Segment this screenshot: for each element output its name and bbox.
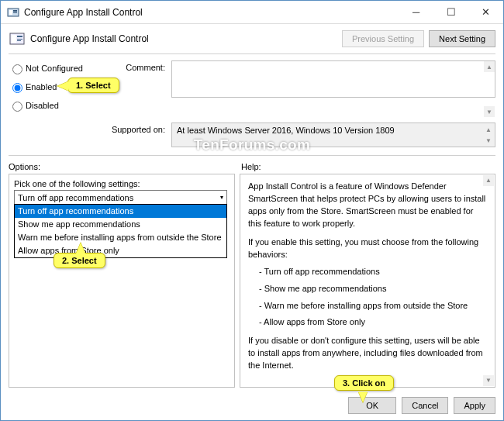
annotation-callout-1: 1. Select: [67, 78, 119, 93]
next-setting-button[interactable]: Next Setting: [429, 30, 495, 47]
scroll-up-icon[interactable]: ▲: [483, 175, 494, 186]
gpedit-icon: [7, 6, 19, 19]
help-label: Help:: [241, 162, 495, 171]
scroll-down-icon[interactable]: ▼: [483, 135, 494, 146]
settings-dropdown-list: Turn off app recommendations Show me app…: [14, 204, 227, 258]
scroll-down-icon[interactable]: ▼: [483, 375, 494, 386]
maximize-button[interactable]: ☐: [433, 1, 468, 23]
radio-not-configured[interactable]: Not Configured: [9, 62, 102, 74]
close-button[interactable]: ✕: [468, 1, 503, 23]
dialog-window: Configure App Install Control ─ ☐ ✕ Conf…: [0, 0, 504, 421]
titlebar-title: Configure App Install Control: [24, 7, 399, 18]
settings-combobox[interactable]: Turn off app recommendations ▾: [14, 190, 227, 205]
ok-button[interactable]: OK: [348, 397, 396, 414]
help-panel: App Install Control is a feature of Wind…: [240, 174, 495, 388]
supported-on-text: At least Windows Server 2016, Windows 10…: [171, 123, 495, 147]
svg-rect-7: [17, 39, 22, 40]
dropdown-item[interactable]: Show me app recommendations: [15, 218, 226, 231]
svg-rect-1: [9, 10, 12, 15]
svg-rect-8: [17, 40, 21, 41]
supported-label: Supported on:: [102, 123, 171, 147]
dropdown-item[interactable]: Warn me before installing apps from outs…: [15, 231, 226, 244]
comment-textarea[interactable]: [171, 60, 495, 98]
options-label: Options:: [9, 162, 233, 171]
minimize-button[interactable]: ─: [399, 1, 433, 23]
svg-rect-2: [13, 10, 17, 12]
annotation-callout-3: 3. Click on: [334, 375, 394, 391]
dropdown-item[interactable]: Turn off app recommendations: [15, 205, 226, 218]
scroll-up-icon[interactable]: ▲: [483, 124, 494, 135]
cancel-button[interactable]: Cancel: [402, 397, 448, 414]
options-prompt: Pick one of the following settings:: [14, 179, 230, 188]
svg-rect-3: [13, 12, 17, 13]
svg-rect-6: [17, 36, 22, 37]
previous-setting-button: Previous Setting: [342, 30, 424, 47]
dropdown-item[interactable]: Allow apps from Store only: [15, 244, 226, 257]
page-title: Configure App Install Control: [30, 33, 342, 44]
titlebar: Configure App Install Control ─ ☐ ✕: [1, 1, 503, 24]
options-panel: Pick one of the following settings: Turn…: [9, 174, 235, 388]
svg-rect-5: [12, 35, 16, 43]
scroll-up-icon[interactable]: ▲: [484, 61, 495, 72]
chevron-down-icon: ▾: [220, 194, 223, 201]
apply-button[interactable]: Apply: [454, 397, 495, 414]
annotation-callout-2: 2. Select: [54, 253, 105, 268]
radio-disabled[interactable]: Disabled: [9, 99, 102, 112]
scroll-down-icon[interactable]: ▼: [484, 106, 495, 117]
policy-icon: [9, 30, 26, 47]
